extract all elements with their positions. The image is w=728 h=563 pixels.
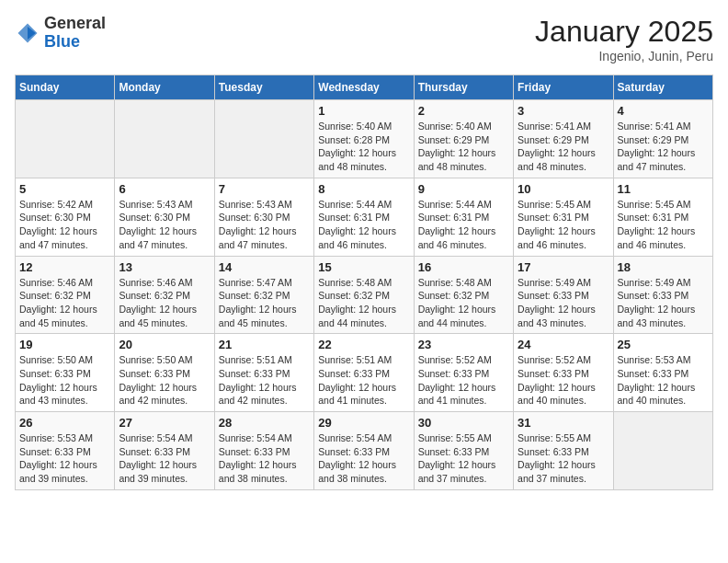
day-number: 16	[418, 260, 509, 274]
day-number: 31	[518, 416, 609, 430]
calendar-cell: 18Sunrise: 5:49 AM Sunset: 6:33 PM Dayli…	[613, 256, 712, 334]
day-number: 5	[19, 182, 110, 196]
day-number: 11	[618, 182, 709, 196]
weekday-header-wednesday: Wednesday	[314, 75, 414, 100]
calendar-cell: 8Sunrise: 5:44 AM Sunset: 6:31 PM Daylig…	[314, 178, 414, 256]
day-info: Sunrise: 5:50 AM Sunset: 6:33 PM Dayligh…	[119, 353, 210, 408]
calendar-body: 1Sunrise: 5:40 AM Sunset: 6:28 PM Daylig…	[16, 100, 713, 490]
calendar-cell: 22Sunrise: 5:51 AM Sunset: 6:33 PM Dayli…	[314, 334, 414, 412]
calendar-cell: 27Sunrise: 5:54 AM Sunset: 6:33 PM Dayli…	[115, 412, 214, 490]
day-number: 6	[119, 182, 210, 196]
calendar-week-row: 19Sunrise: 5:50 AM Sunset: 6:33 PM Dayli…	[16, 334, 713, 412]
calendar-cell	[115, 100, 214, 178]
day-number: 29	[318, 416, 409, 430]
weekday-header-thursday: Thursday	[414, 75, 513, 100]
day-info: Sunrise: 5:48 AM Sunset: 6:32 PM Dayligh…	[318, 276, 409, 330]
day-number: 24	[518, 338, 609, 351]
calendar-cell: 6Sunrise: 5:43 AM Sunset: 6:30 PM Daylig…	[115, 178, 214, 256]
logo: General Blue	[15, 15, 106, 52]
weekday-header-sunday: Sunday	[16, 75, 115, 100]
title-block: January 2025 Ingenio, Junin, Peru	[535, 15, 713, 63]
day-info: Sunrise: 5:49 AM Sunset: 6:33 PM Dayligh…	[518, 276, 609, 330]
calendar-cell: 19Sunrise: 5:50 AM Sunset: 6:33 PM Dayli…	[16, 334, 115, 412]
calendar-cell	[16, 100, 115, 178]
calendar-cell: 14Sunrise: 5:47 AM Sunset: 6:32 PM Dayli…	[214, 256, 313, 334]
day-info: Sunrise: 5:44 AM Sunset: 6:31 PM Dayligh…	[318, 198, 409, 252]
weekday-header-tuesday: Tuesday	[214, 75, 313, 100]
calendar-cell: 17Sunrise: 5:49 AM Sunset: 6:33 PM Dayli…	[514, 256, 613, 334]
calendar-cell: 12Sunrise: 5:46 AM Sunset: 6:32 PM Dayli…	[16, 256, 115, 334]
calendar-cell: 26Sunrise: 5:53 AM Sunset: 6:33 PM Dayli…	[16, 412, 115, 490]
day-info: Sunrise: 5:49 AM Sunset: 6:33 PM Dayligh…	[618, 276, 709, 330]
day-info: Sunrise: 5:53 AM Sunset: 6:33 PM Dayligh…	[618, 353, 709, 408]
weekday-header-monday: Monday	[115, 75, 214, 100]
day-number: 9	[418, 182, 509, 196]
day-info: Sunrise: 5:47 AM Sunset: 6:32 PM Dayligh…	[219, 276, 310, 330]
calendar-cell: 15Sunrise: 5:48 AM Sunset: 6:32 PM Dayli…	[314, 256, 414, 334]
calendar-cell: 2Sunrise: 5:40 AM Sunset: 6:29 PM Daylig…	[414, 100, 513, 178]
day-number: 20	[119, 338, 210, 351]
calendar-cell: 7Sunrise: 5:43 AM Sunset: 6:30 PM Daylig…	[214, 178, 313, 256]
calendar-cell: 9Sunrise: 5:44 AM Sunset: 6:31 PM Daylig…	[414, 178, 513, 256]
calendar-cell: 5Sunrise: 5:42 AM Sunset: 6:30 PM Daylig…	[16, 178, 115, 256]
calendar-cell: 29Sunrise: 5:54 AM Sunset: 6:33 PM Dayli…	[314, 412, 414, 490]
calendar-header: SundayMondayTuesdayWednesdayThursdayFrid…	[16, 75, 713, 100]
calendar-cell: 31Sunrise: 5:55 AM Sunset: 6:33 PM Dayli…	[514, 412, 613, 490]
calendar-cell: 28Sunrise: 5:54 AM Sunset: 6:33 PM Dayli…	[214, 412, 313, 490]
day-info: Sunrise: 5:55 AM Sunset: 6:33 PM Dayligh…	[418, 431, 509, 486]
weekday-header-saturday: Saturday	[613, 75, 712, 100]
day-info: Sunrise: 5:54 AM Sunset: 6:33 PM Dayligh…	[318, 431, 409, 486]
calendar-cell: 13Sunrise: 5:46 AM Sunset: 6:32 PM Dayli…	[115, 256, 214, 334]
day-number: 15	[318, 260, 409, 274]
day-info: Sunrise: 5:53 AM Sunset: 6:33 PM Dayligh…	[19, 431, 110, 486]
calendar-cell: 24Sunrise: 5:52 AM Sunset: 6:33 PM Dayli…	[514, 334, 613, 412]
day-info: Sunrise: 5:41 AM Sunset: 6:29 PM Dayligh…	[518, 120, 609, 174]
calendar-cell: 1Sunrise: 5:40 AM Sunset: 6:28 PM Daylig…	[314, 100, 414, 178]
calendar-title: January 2025	[535, 15, 713, 49]
weekday-header-friday: Friday	[514, 75, 613, 100]
day-number: 28	[219, 416, 310, 430]
day-info: Sunrise: 5:54 AM Sunset: 6:33 PM Dayligh…	[119, 431, 210, 486]
day-info: Sunrise: 5:54 AM Sunset: 6:33 PM Dayligh…	[219, 431, 310, 486]
calendar-cell: 30Sunrise: 5:55 AM Sunset: 6:33 PM Dayli…	[414, 412, 513, 490]
day-info: Sunrise: 5:55 AM Sunset: 6:33 PM Dayligh…	[518, 431, 609, 486]
calendar-cell: 11Sunrise: 5:45 AM Sunset: 6:31 PM Dayli…	[613, 178, 712, 256]
calendar-week-row: 12Sunrise: 5:46 AM Sunset: 6:32 PM Dayli…	[16, 256, 713, 334]
calendar-cell: 10Sunrise: 5:45 AM Sunset: 6:31 PM Dayli…	[514, 178, 613, 256]
calendar-cell: 23Sunrise: 5:52 AM Sunset: 6:33 PM Dayli…	[414, 334, 513, 412]
calendar-cell: 4Sunrise: 5:41 AM Sunset: 6:29 PM Daylig…	[613, 100, 712, 178]
calendar-cell: 16Sunrise: 5:48 AM Sunset: 6:32 PM Dayli…	[414, 256, 513, 334]
day-number: 13	[119, 260, 210, 274]
day-info: Sunrise: 5:43 AM Sunset: 6:30 PM Dayligh…	[219, 198, 310, 252]
calendar-cell: 20Sunrise: 5:50 AM Sunset: 6:33 PM Dayli…	[115, 334, 214, 412]
day-info: Sunrise: 5:44 AM Sunset: 6:31 PM Dayligh…	[418, 198, 509, 252]
day-number: 10	[518, 182, 609, 196]
logo-icon	[15, 20, 40, 46]
logo-text: General Blue	[44, 15, 106, 52]
day-number: 8	[318, 182, 409, 196]
day-number: 7	[219, 182, 310, 196]
day-info: Sunrise: 5:45 AM Sunset: 6:31 PM Dayligh…	[618, 198, 709, 252]
weekday-header-row: SundayMondayTuesdayWednesdayThursdayFrid…	[16, 75, 713, 100]
day-number: 14	[219, 260, 310, 274]
day-info: Sunrise: 5:42 AM Sunset: 6:30 PM Dayligh…	[19, 198, 110, 252]
day-number: 27	[119, 416, 210, 430]
day-info: Sunrise: 5:46 AM Sunset: 6:32 PM Dayligh…	[19, 276, 110, 330]
day-info: Sunrise: 5:40 AM Sunset: 6:28 PM Dayligh…	[318, 120, 409, 174]
day-number: 23	[418, 338, 509, 351]
day-number: 25	[618, 338, 709, 351]
day-number: 1	[318, 104, 409, 118]
logo-general-text: General	[44, 15, 106, 33]
day-info: Sunrise: 5:45 AM Sunset: 6:31 PM Dayligh…	[518, 198, 609, 252]
day-number: 19	[19, 338, 110, 351]
day-number: 3	[518, 104, 609, 118]
calendar-cell	[613, 412, 712, 490]
day-number: 26	[19, 416, 110, 430]
day-info: Sunrise: 5:40 AM Sunset: 6:29 PM Dayligh…	[418, 120, 509, 174]
calendar-subtitle: Ingenio, Junin, Peru	[535, 49, 713, 63]
day-number: 18	[618, 260, 709, 274]
calendar-cell	[214, 100, 313, 178]
day-info: Sunrise: 5:52 AM Sunset: 6:33 PM Dayligh…	[518, 353, 609, 408]
calendar-cell: 25Sunrise: 5:53 AM Sunset: 6:33 PM Dayli…	[613, 334, 712, 412]
day-number: 21	[219, 338, 310, 351]
